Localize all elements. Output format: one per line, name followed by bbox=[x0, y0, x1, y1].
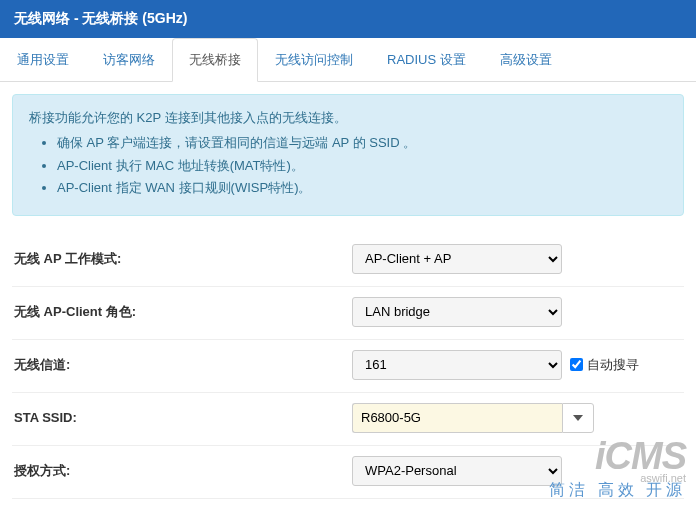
row-ap-mode: 无线 AP 工作模式: AP-Client + AP bbox=[12, 234, 684, 287]
auto-search-checkbox[interactable] bbox=[570, 358, 583, 371]
auto-search-label: 自动搜寻 bbox=[587, 356, 639, 374]
label-client-role: 无线 AP-Client 角色: bbox=[12, 303, 352, 321]
tab-advanced[interactable]: 高级设置 bbox=[483, 38, 569, 82]
info-box: 桥接功能允许您的 K2P 连接到其他接入点的无线连接。 确保 AP 客户端连接，… bbox=[12, 94, 684, 216]
tab-radius[interactable]: RADIUS 设置 bbox=[370, 38, 483, 82]
info-item: 确保 AP 客户端连接，请设置相同的信道与远端 AP 的 SSID 。 bbox=[57, 133, 667, 153]
label-channel: 无线信道: bbox=[12, 356, 352, 374]
label-sta-ssid: STA SSID: bbox=[12, 410, 352, 425]
select-auth[interactable]: WPA2-Personal bbox=[352, 456, 562, 486]
info-item: AP-Client 指定 WAN 接口规则(WISP特性)。 bbox=[57, 178, 667, 198]
select-client-role[interactable]: LAN bridge bbox=[352, 297, 562, 327]
content-area: 桥接功能允许您的 K2P 连接到其他接入点的无线连接。 确保 AP 客户端连接，… bbox=[0, 82, 696, 509]
row-client-role: 无线 AP-Client 角色: LAN bridge bbox=[12, 287, 684, 340]
tab-general[interactable]: 通用设置 bbox=[0, 38, 86, 82]
tab-guest[interactable]: 访客网络 bbox=[86, 38, 172, 82]
input-sta-ssid[interactable] bbox=[352, 403, 562, 433]
tab-access-control[interactable]: 无线访问控制 bbox=[258, 38, 370, 82]
row-wpa-enc: WPA 加密: bbox=[12, 499, 684, 510]
info-intro: 桥接功能允许您的 K2P 连接到其他接入点的无线连接。 bbox=[29, 109, 667, 127]
tab-bridge[interactable]: 无线桥接 bbox=[172, 38, 258, 82]
auto-search-wrap[interactable]: 自动搜寻 bbox=[570, 356, 639, 374]
info-item: AP-Client 执行 MAC 地址转换(MAT特性)。 bbox=[57, 156, 667, 176]
row-channel: 无线信道: 161 自动搜寻 bbox=[12, 340, 684, 393]
select-ap-mode[interactable]: AP-Client + AP bbox=[352, 244, 562, 274]
row-auth: 授权方式: WPA2-Personal bbox=[12, 446, 684, 499]
label-ap-mode: 无线 AP 工作模式: bbox=[12, 250, 352, 268]
chevron-down-icon bbox=[573, 415, 583, 421]
label-auth: 授权方式: bbox=[12, 462, 352, 480]
select-channel[interactable]: 161 bbox=[352, 350, 562, 380]
row-sta-ssid: STA SSID: bbox=[12, 393, 684, 446]
page-title: 无线网络 - 无线桥接 (5GHz) bbox=[0, 0, 696, 38]
ssid-dropdown-button[interactable] bbox=[562, 403, 594, 433]
tab-bar: 通用设置 访客网络 无线桥接 无线访问控制 RADIUS 设置 高级设置 bbox=[0, 38, 696, 82]
